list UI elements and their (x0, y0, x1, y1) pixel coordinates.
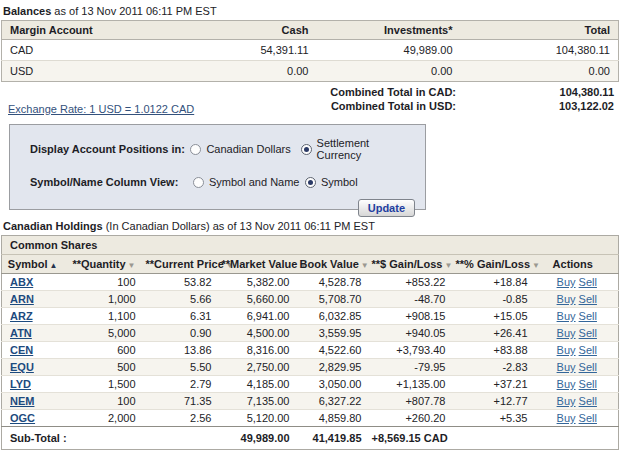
radio-button-icon[interactable] (305, 177, 316, 188)
sell-link[interactable]: Sell (579, 412, 597, 424)
balances-title: Balances as of 13 Nov 2011 06:11 PM EST (3, 5, 619, 17)
radio-option[interactable]: Canadian Dollars (190, 143, 300, 155)
column-header[interactable]: **Quantity (66, 255, 144, 274)
symbol-link[interactable]: LYD (10, 378, 31, 390)
symbol-link[interactable]: CEN (10, 344, 33, 356)
update-button[interactable]: Update (358, 199, 415, 217)
holdings-title-date: (In Canadian Dollars) as of 13 Nov 2011 … (103, 220, 375, 232)
sell-link[interactable]: Sell (579, 378, 597, 390)
holdings-row: ARN 1,000 5.66 5,660.00 5,708.70 -48.70 … (2, 291, 619, 308)
sort-arrow-icon[interactable] (128, 261, 136, 270)
column-header[interactable]: Book Value (298, 255, 370, 274)
symbol-link[interactable]: EQU (10, 361, 34, 373)
subtotal-gain: +8,569.15 CAD (370, 427, 454, 450)
balances-header-row: Margin Account Cash Investments* Total (2, 21, 619, 40)
radio-button-icon[interactable] (301, 144, 312, 155)
buy-link[interactable]: Buy (557, 378, 576, 390)
symbol-link[interactable]: ABX (10, 276, 33, 288)
symbol-cell: ARN (2, 291, 66, 308)
dollar-gain-loss-cell: +940.05 (370, 325, 454, 342)
display-positions-label: Display Account Positions in: (30, 143, 190, 155)
currency-cell: CAD (2, 40, 202, 61)
column-header-label: **% Gain/Loss (456, 258, 531, 270)
sell-link[interactable]: Sell (579, 361, 597, 373)
symbol-link[interactable]: ARN (10, 293, 34, 305)
sort-arrow-icon[interactable] (444, 261, 452, 270)
holdings-row: EQU 500 5.50 2,750.00 2,829.95 -79.95 -2… (2, 359, 619, 376)
buy-link[interactable]: Buy (557, 412, 576, 424)
account-balances-page: Balances as of 13 Nov 2011 06:11 PM EST … (0, 0, 620, 460)
buy-link[interactable]: Buy (557, 327, 576, 339)
balances-title-date: as of 13 Nov 2011 06:11 PM EST (51, 5, 216, 17)
quantity-cell: 100 (66, 393, 144, 410)
buy-link[interactable]: Buy (557, 310, 576, 322)
display-positions-radio-group: Canadian Dollars Settlement Currency (190, 137, 415, 161)
current-price-cell: 2.56 (144, 410, 220, 427)
combined-total-label: Combined Total in CAD: (330, 86, 456, 98)
combined-totals-area: Combined Total in CAD: 104,380.11 Combin… (1, 86, 619, 116)
percent-gain-loss-cell: +26.41 (454, 325, 536, 342)
currency-cell: USD (2, 61, 202, 82)
market-value-cell: 5,120.00 (220, 410, 298, 427)
update-button-row: Update (30, 199, 415, 217)
buy-link[interactable]: Buy (557, 276, 576, 288)
actions-cell: Buy Sell (536, 274, 619, 291)
radio-option[interactable]: Symbol and Name (193, 176, 305, 188)
symbol-link[interactable]: NEM (10, 395, 34, 407)
quantity-cell: 500 (66, 359, 144, 376)
column-header[interactable]: **$ Gain/Loss (370, 255, 454, 274)
sort-arrow-icon[interactable] (50, 261, 58, 270)
book-value-cell: 3,050.00 (298, 376, 370, 393)
current-price-cell: 0.90 (144, 325, 220, 342)
book-value-cell: 3,559.95 (298, 325, 370, 342)
subtotal-market-value: 49,989.00 (220, 427, 298, 450)
book-value-cell: 4,522.60 (298, 342, 370, 359)
symbol-cell: ARZ (2, 308, 66, 325)
column-header-investments: Investments* (317, 21, 461, 40)
percent-gain-loss-cell: +83.88 (454, 342, 536, 359)
book-value-cell: 4,859.80 (298, 410, 370, 427)
percent-gain-loss-cell: -2.83 (454, 359, 536, 376)
radio-option[interactable]: Symbol (305, 176, 358, 188)
symbol-link[interactable]: ATN (10, 327, 32, 339)
sell-link[interactable]: Sell (579, 327, 597, 339)
sell-link[interactable]: Sell (579, 293, 597, 305)
column-header[interactable]: **Market Value (220, 255, 298, 274)
book-value-cell: 5,708.70 (298, 291, 370, 308)
column-header-label: **Quantity (72, 258, 125, 270)
radio-option[interactable]: Settlement Currency (301, 137, 415, 161)
sell-link[interactable]: Sell (579, 344, 597, 356)
column-header-label: Actions (553, 258, 593, 270)
symbol-view-label: Symbol/Name Column View: (30, 176, 193, 188)
radio-button-icon[interactable] (193, 177, 204, 188)
common-shares-section-header: Common Shares (2, 236, 619, 255)
current-price-cell: 71.35 (144, 393, 220, 410)
column-header[interactable]: **% Gain/Loss (454, 255, 536, 274)
radio-button-icon[interactable] (190, 144, 201, 155)
percent-gain-loss-cell: +15.05 (454, 308, 536, 325)
holdings-row: ATN 5,000 0.90 4,500.00 3,559.95 +940.05… (2, 325, 619, 342)
radio-option-label: Symbol (321, 176, 358, 188)
symbol-cell: NEM (2, 393, 66, 410)
actions-cell: Buy Sell (536, 308, 619, 325)
buy-link[interactable]: Buy (557, 344, 576, 356)
column-header[interactable]: **Current Price (144, 255, 220, 274)
exchange-rate-link[interactable]: Exchange Rate: 1 USD = 1.0122 CAD (8, 103, 194, 115)
quantity-cell: 600 (66, 342, 144, 359)
buy-link[interactable]: Buy (557, 395, 576, 407)
symbol-cell: OGC (2, 410, 66, 427)
column-header[interactable]: Actions (536, 255, 619, 274)
sort-arrow-icon[interactable] (361, 261, 369, 270)
buy-link[interactable]: Buy (557, 361, 576, 373)
symbol-link[interactable]: ARZ (10, 310, 33, 322)
symbol-cell: ABX (2, 274, 66, 291)
sort-arrow-icon[interactable] (532, 261, 540, 270)
sell-link[interactable]: Sell (579, 310, 597, 322)
sell-link[interactable]: Sell (579, 395, 597, 407)
market-value-cell: 5,382.00 (220, 274, 298, 291)
market-value-cell: 7,135.00 (220, 393, 298, 410)
buy-link[interactable]: Buy (557, 293, 576, 305)
column-header[interactable]: Symbol (2, 255, 66, 274)
sell-link[interactable]: Sell (579, 276, 597, 288)
symbol-link[interactable]: OGC (10, 412, 35, 424)
